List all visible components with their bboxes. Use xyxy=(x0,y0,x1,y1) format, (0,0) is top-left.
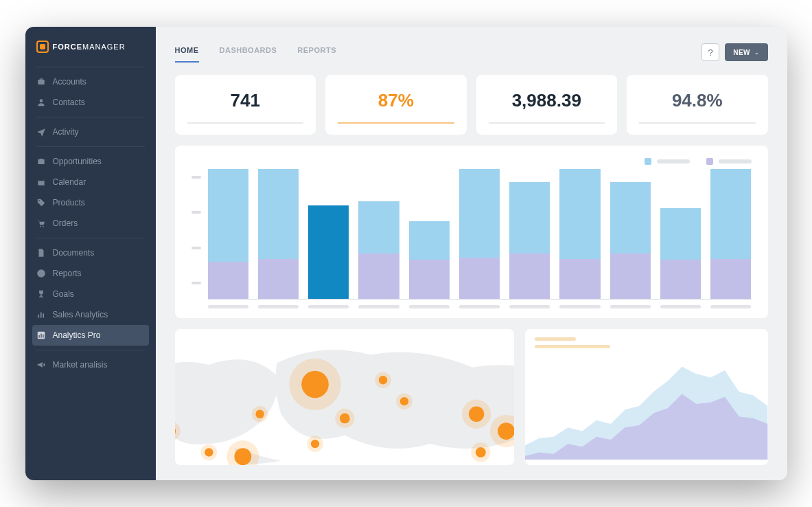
bar-chart xyxy=(192,169,752,300)
bar-segment-bottom xyxy=(610,254,651,299)
sidebar-item-accounts[interactable]: Accounts xyxy=(25,71,156,92)
bar-segment-bottom xyxy=(559,259,600,299)
sidebar-item-label: Goals xyxy=(53,289,74,299)
bar-segment-top xyxy=(610,182,651,254)
x-label-placeholder xyxy=(208,305,248,308)
chart-legend xyxy=(192,158,752,165)
doc-icon xyxy=(36,248,46,258)
sidebar-item-label: Documents xyxy=(53,248,95,258)
bar xyxy=(208,169,248,299)
bar-segment-top xyxy=(358,201,399,254)
main-content: HOMEDASHBOARDSREPORTS ? NEW ⌄ 74187%3,98… xyxy=(156,27,787,480)
map-hotspot xyxy=(399,397,408,405)
sidebar-item-sales-analytics[interactable]: Sales Analytics xyxy=(25,304,156,325)
bar xyxy=(610,182,651,299)
bar xyxy=(509,182,550,299)
bar-segment-top xyxy=(208,169,248,262)
tab-dashboards[interactable]: DASHBOARDS xyxy=(220,42,277,63)
tag-icon xyxy=(36,198,46,207)
bar xyxy=(459,169,500,299)
kpi-underline xyxy=(338,122,454,124)
sidebar-item-reports[interactable]: Reports xyxy=(25,263,156,284)
bar-segment-top xyxy=(258,169,299,259)
x-label-placeholder xyxy=(358,305,399,308)
sidebar-item-documents[interactable]: Documents xyxy=(25,243,156,263)
tab-home[interactable]: HOME xyxy=(175,42,199,63)
bar-column xyxy=(610,169,651,299)
sidebar-item-calendar[interactable]: Calendar xyxy=(25,172,156,192)
sidebar-item-opportunities[interactable]: Opportunities xyxy=(25,151,156,172)
map-hotspot xyxy=(301,371,329,398)
brand-text: FORCEMANAGER xyxy=(53,43,126,51)
kpi-value: 3,988.39 xyxy=(512,90,581,111)
bar-column xyxy=(710,169,751,299)
help-button[interactable]: ? xyxy=(701,43,719,61)
kpi-value: 741 xyxy=(231,90,260,111)
svg-rect-11 xyxy=(40,334,41,338)
bar xyxy=(358,201,399,299)
svg-point-3 xyxy=(38,200,40,201)
sidebar-item-products[interactable]: Products xyxy=(25,192,156,213)
calendar-icon xyxy=(36,177,46,187)
sidebar-item-analytics-pro[interactable]: Analytics Pro xyxy=(32,325,149,346)
bottom-row xyxy=(175,329,768,465)
sidebar-item-label: Orders xyxy=(53,218,78,228)
sidebar-item-label: Opportunities xyxy=(53,157,102,166)
sidebar: FORCEMANAGER AccountsContactsActivityOpp… xyxy=(25,27,156,480)
x-label-placeholder xyxy=(258,305,299,308)
bar-segment-bottom xyxy=(509,254,550,299)
sidebar-item-orders[interactable]: Orders xyxy=(25,213,156,234)
sidebar-item-contacts[interactable]: Contacts xyxy=(25,92,156,113)
svg-rect-7 xyxy=(40,313,41,318)
sidebar-item-label: Reports xyxy=(53,269,82,278)
legend-label-placeholder xyxy=(657,159,690,164)
svg-rect-2 xyxy=(38,179,44,181)
bar-column xyxy=(358,169,399,299)
legend-label-placeholder xyxy=(719,159,752,164)
megaphone-icon xyxy=(36,360,46,370)
bar-column xyxy=(509,169,550,299)
sidebar-item-activity[interactable]: Activity xyxy=(25,122,156,142)
divider xyxy=(36,117,145,117)
area-chart-card xyxy=(525,329,767,465)
map-hotspot xyxy=(498,422,515,440)
bar-segment-bottom xyxy=(459,258,500,299)
nav: AccountsContactsActivityOpportunitiesCal… xyxy=(25,71,156,375)
sidebar-item-label: Activity xyxy=(53,127,79,137)
bar-column xyxy=(459,169,500,299)
svg-rect-10 xyxy=(38,335,39,338)
bar-column xyxy=(208,169,248,299)
divider xyxy=(36,146,145,147)
x-label-placeholder xyxy=(409,305,450,308)
kpi-card: 3,988.39 xyxy=(476,75,618,135)
tabs: HOMEDASHBOARDSREPORTS xyxy=(175,42,337,63)
x-label-placeholder xyxy=(660,305,701,308)
bar-segment-top xyxy=(559,169,600,259)
bar-segment-top xyxy=(660,208,701,260)
x-label-placeholder xyxy=(610,305,651,308)
bar-column xyxy=(660,169,701,299)
sidebar-item-market-analisis[interactable]: Market analisis xyxy=(25,354,156,375)
bar-column xyxy=(308,169,349,299)
map-hotspot xyxy=(310,440,318,448)
new-button[interactable]: NEW ⌄ xyxy=(725,43,767,61)
sidebar-item-label: Market analisis xyxy=(53,360,108,370)
kpi-row: 74187%3,988.3994.8% xyxy=(175,75,768,135)
sidebar-item-label: Products xyxy=(53,198,85,207)
y-tick xyxy=(192,176,201,179)
target-icon xyxy=(36,157,46,166)
tab-reports[interactable]: REPORTS xyxy=(297,42,336,63)
y-tick xyxy=(192,247,201,249)
map-hotspot xyxy=(234,448,251,465)
bar-column xyxy=(258,169,299,299)
sidebar-item-goals[interactable]: Goals xyxy=(25,284,156,304)
kpi-value: 94.8% xyxy=(672,90,723,111)
bar-chart-card xyxy=(175,146,768,318)
chart-icon xyxy=(36,330,46,340)
divider xyxy=(36,350,145,350)
placeholder-line xyxy=(535,337,576,341)
divider xyxy=(36,67,145,67)
x-axis xyxy=(208,305,752,308)
legend-item xyxy=(706,158,752,165)
bar-column xyxy=(559,169,600,299)
